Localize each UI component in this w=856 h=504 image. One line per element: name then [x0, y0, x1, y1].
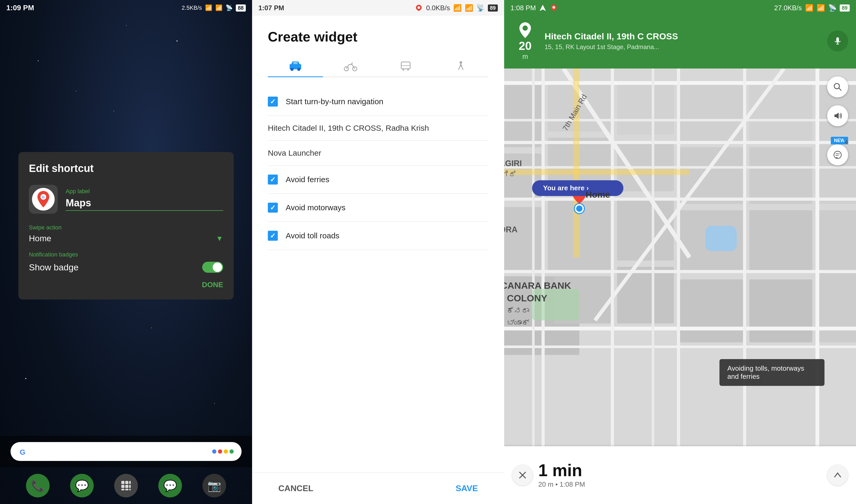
new-chat-fab[interactable]: NEW +: [827, 137, 848, 165]
google-g-logo: G: [18, 446, 29, 457]
svg-rect-10: [121, 489, 124, 490]
battery-badge3: 89: [840, 4, 850, 12]
status-bar2: 1:07 PM 0.0KB/s 📶 📶 📡 89: [252, 0, 504, 16]
search-fab-button[interactable]: [827, 76, 848, 97]
svg-rect-50: [749, 84, 813, 141]
navigation-icon: [539, 4, 547, 12]
nav-cancel-button[interactable]: [512, 465, 533, 486]
svg-rect-12: [129, 489, 131, 490]
svg-text:ಬ್ಯಾಂಕ್: ಬ್ಯಾಂಕ್: [507, 319, 529, 327]
app-label-hint: App label: [66, 188, 223, 195]
avoid-toll-roads-option[interactable]: Avoid toll roads: [268, 222, 488, 250]
sound-fab-button[interactable]: [827, 105, 848, 126]
cancel-button[interactable]: CANCEL: [268, 478, 324, 499]
svg-text:COLONY: COLONY: [507, 293, 547, 303]
launcher-value: Nova Launcher: [268, 148, 321, 157]
toast-message: Avoiding tolls, motorways and ferries: [719, 359, 824, 386]
checkbox-avoid-motorways[interactable]: [268, 203, 278, 213]
time-display2: 1:07 PM: [258, 4, 284, 12]
svg-point-16: [297, 68, 300, 71]
tab-walk[interactable]: [433, 55, 488, 77]
nav-info: Hitech Citadel II, 19th C CROSS 15, 15, …: [545, 31, 821, 51]
signal-icon4: 📶: [465, 4, 473, 12]
launcher-input[interactable]: Nova Launcher: [268, 141, 488, 166]
panel-maps-navigation: 1:08 PM 27.0KB/s 📶 📶 📡 89 20: [504, 0, 856, 504]
location-pin-icon: [517, 21, 533, 39]
signal-icon5: 📶: [805, 4, 814, 12]
dock-phone-icon[interactable]: 📞: [26, 474, 50, 498]
nav-header: 20 m Hitech Citadel II, 19th C CROSS 15,…: [504, 16, 856, 69]
tab-car[interactable]: [268, 55, 323, 77]
chat-icon: [833, 150, 842, 160]
swipe-action-section: Swipe action Home ▼: [29, 224, 223, 243]
swipe-action-dropdown[interactable]: Home ▼: [29, 234, 223, 243]
svg-rect-4: [121, 481, 124, 484]
nav-street: Hitech Citadel II, 19th C CROSS: [545, 31, 821, 42]
svg-point-28: [522, 25, 528, 31]
chevron-up-icon: [832, 470, 843, 480]
car-icon: [289, 60, 302, 71]
done-button[interactable]: DONE: [29, 281, 223, 289]
network-speed2: 0.0KB/s: [426, 4, 450, 12]
avoid-motorways-option[interactable]: Avoid motorways: [268, 194, 488, 222]
app-label-input[interactable]: Maps: [66, 197, 223, 211]
google-search-bar[interactable]: G: [11, 442, 242, 461]
avoid-ferries-option[interactable]: Avoid ferries: [268, 166, 488, 194]
dialog-title: Edit shortcut: [29, 162, 223, 174]
checkbox-avoid-ferries[interactable]: [268, 175, 278, 184]
panel1-content: Edit shortcut G App label Ma: [0, 16, 252, 436]
nav-distance-block: 20 m: [512, 21, 538, 61]
chat-fab-button[interactable]: +: [827, 144, 848, 165]
svg-rect-42: [617, 84, 674, 135]
wifi-icon3: 📡: [828, 4, 837, 12]
destination-input[interactable]: Hitech Citadel II, 19th C CROSS, Radha K…: [268, 116, 488, 141]
nav-bottom-bar: 1 min 20 m • 1:08 PM: [504, 446, 856, 504]
turn-by-turn-option[interactable]: Start turn-by-turn navigation: [268, 88, 488, 116]
tab-motorcycle[interactable]: [323, 55, 378, 77]
walk-icon: [455, 60, 466, 71]
svg-rect-9: [129, 485, 131, 488]
signal-icon3: 📶: [453, 4, 462, 12]
nav-info-block: 1 min 20 m • 1:08 PM: [538, 462, 822, 488]
save-button[interactable]: SAVE: [445, 478, 488, 499]
svg-rect-69: [816, 69, 819, 446]
google-dots-logo: [212, 449, 234, 454]
signal-icon2: 📶: [215, 4, 222, 11]
dock-whatsapp-icon[interactable]: 💬: [158, 474, 182, 498]
swipe-action-label: Swipe action: [29, 224, 223, 231]
network-speed3: 27.0KB/s: [774, 4, 802, 12]
svg-point-27: [552, 6, 555, 9]
dock-camera-icon[interactable]: 📷: [202, 474, 226, 498]
time-display3: 1:08 PM: [511, 4, 536, 12]
maps-app-icon: G: [32, 187, 55, 211]
tab-transit[interactable]: [378, 55, 433, 77]
svg-rect-65: [541, 69, 545, 446]
svg-rect-55: [819, 210, 856, 343]
nav-expand-button[interactable]: [827, 465, 848, 486]
svg-line-96: [839, 88, 841, 91]
destination-value: Hitech Citadel II, 19th C CROSS, Radha K…: [268, 124, 429, 132]
time-display: 1:09 PM: [6, 4, 34, 12]
mic-button[interactable]: [827, 31, 848, 51]
svg-rect-70: [532, 69, 535, 446]
svg-text:Home: Home: [586, 190, 610, 199]
show-badge-toggle[interactable]: [202, 262, 223, 273]
dock-apps-icon[interactable]: [114, 474, 138, 498]
checkbox-turn-by-turn[interactable]: [268, 96, 278, 107]
mic-icon: [833, 36, 842, 46]
map-svg: UMAGIRI ಉಮಗಿರಿ 7th Main Rd ANDRA ದ, CANA…: [504, 69, 856, 446]
svg-rect-53: [749, 279, 813, 342]
checkbox-avoid-toll-roads[interactable]: [268, 231, 278, 241]
battery-badge: 88: [236, 4, 246, 12]
nav-sub-street: 15, 15, RK Layout 1st Stage, Padmana...: [545, 43, 821, 51]
app-icon-wrapper: G: [29, 185, 58, 214]
status-bar: 1:09 PM 2.5KB/s 📶 📶 📡 88: [0, 0, 252, 16]
avoid-motorways-label: Avoid motorways: [286, 203, 345, 212]
svg-text:UMAGIRI: UMAGIRI: [504, 159, 522, 168]
svg-rect-5: [125, 481, 128, 484]
svg-rect-29: [836, 37, 839, 42]
dock-message-icon[interactable]: 💬: [70, 474, 94, 498]
signal-icon6: 📶: [817, 4, 825, 12]
svg-text:CANARA BANK: CANARA BANK: [504, 280, 571, 291]
create-widget-title: Create widget: [268, 29, 488, 44]
